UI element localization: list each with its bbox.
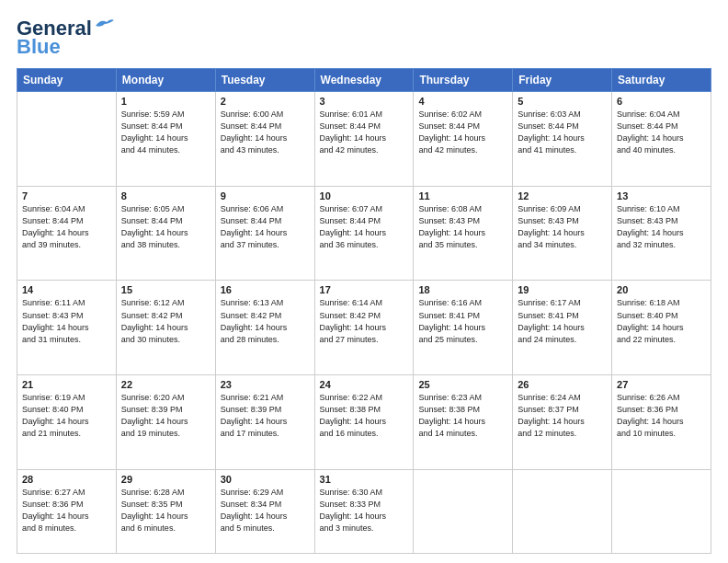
day-info: Sunrise: 6:03 AM Sunset: 8:44 PM Dayligh…: [518, 109, 607, 156]
day-info: Sunrise: 6:05 AM Sunset: 8:44 PM Dayligh…: [121, 203, 210, 251]
calendar-cell: [612, 469, 711, 553]
calendar-cell: [17, 92, 117, 187]
day-number: 1: [121, 96, 210, 107]
calendar-week-row: 28Sunrise: 6:27 AM Sunset: 8:36 PM Dayli…: [17, 469, 711, 553]
day-number: 23: [221, 379, 310, 390]
calendar-cell: 4Sunrise: 6:02 AM Sunset: 8:44 PM Daylig…: [414, 92, 513, 187]
day-number: 2: [221, 96, 310, 107]
day-number: 18: [418, 284, 507, 295]
day-number: 29: [121, 474, 210, 485]
day-info: Sunrise: 6:14 AM Sunset: 8:42 PM Dayligh…: [320, 297, 409, 345]
calendar-cell: 5Sunrise: 6:03 AM Sunset: 8:44 PM Daylig…: [513, 92, 612, 187]
day-info: Sunrise: 6:10 AM Sunset: 8:43 PM Dayligh…: [617, 203, 706, 251]
calendar-cell: 30Sunrise: 6:29 AM Sunset: 8:34 PM Dayli…: [215, 469, 314, 553]
day-info: Sunrise: 6:27 AM Sunset: 8:36 PM Dayligh…: [22, 487, 111, 534]
weekday-header: Sunday: [17, 69, 117, 92]
calendar-cell: 23Sunrise: 6:21 AM Sunset: 8:39 PM Dayli…: [215, 375, 314, 470]
weekday-header: Tuesday: [215, 69, 314, 92]
calendar-cell: 7Sunrise: 6:04 AM Sunset: 8:44 PM Daylig…: [17, 186, 117, 281]
day-info: Sunrise: 6:22 AM Sunset: 8:38 PM Dayligh…: [320, 392, 409, 440]
calendar-cell: 20Sunrise: 6:18 AM Sunset: 8:40 PM Dayli…: [612, 281, 711, 375]
weekday-row: SundayMondayTuesdayWednesdayThursdayFrid…: [17, 69, 711, 92]
calendar-cell: 10Sunrise: 6:07 AM Sunset: 8:44 PM Dayli…: [314, 186, 414, 281]
calendar-cell: [414, 469, 513, 553]
day-number: 22: [121, 379, 210, 390]
weekday-header: Monday: [116, 69, 215, 92]
day-number: 27: [617, 379, 706, 390]
calendar-cell: 6Sunrise: 6:04 AM Sunset: 8:44 PM Daylig…: [612, 92, 711, 187]
day-info: Sunrise: 6:20 AM Sunset: 8:39 PM Dayligh…: [121, 392, 210, 440]
day-info: Sunrise: 6:08 AM Sunset: 8:43 PM Dayligh…: [418, 203, 507, 251]
day-info: Sunrise: 6:18 AM Sunset: 8:40 PM Dayligh…: [617, 297, 706, 345]
day-number: 9: [221, 190, 310, 201]
day-info: Sunrise: 6:11 AM Sunset: 8:43 PM Dayligh…: [22, 297, 111, 345]
calendar-cell: 21Sunrise: 6:19 AM Sunset: 8:40 PM Dayli…: [17, 375, 117, 470]
day-number: 4: [418, 96, 507, 107]
day-number: 20: [617, 284, 706, 295]
day-number: 8: [121, 190, 210, 201]
calendar-cell: 14Sunrise: 6:11 AM Sunset: 8:43 PM Dayli…: [17, 281, 117, 375]
calendar-cell: 19Sunrise: 6:17 AM Sunset: 8:41 PM Dayli…: [513, 281, 612, 375]
calendar-cell: 25Sunrise: 6:23 AM Sunset: 8:38 PM Dayli…: [414, 375, 513, 470]
weekday-header: Thursday: [414, 69, 513, 92]
calendar-week-row: 14Sunrise: 6:11 AM Sunset: 8:43 PM Dayli…: [17, 281, 711, 375]
calendar-cell: 16Sunrise: 6:13 AM Sunset: 8:42 PM Dayli…: [215, 281, 314, 375]
page: General Blue SundayMondayTuesdayWednesda…: [0, 0, 728, 563]
day-info: Sunrise: 6:26 AM Sunset: 8:36 PM Dayligh…: [617, 392, 706, 440]
calendar-cell: 31Sunrise: 6:30 AM Sunset: 8:33 PM Dayli…: [314, 469, 414, 553]
day-number: 6: [617, 96, 706, 107]
header: General Blue: [17, 17, 711, 59]
day-info: Sunrise: 6:23 AM Sunset: 8:38 PM Dayligh…: [418, 392, 507, 440]
calendar-cell: 1Sunrise: 5:59 AM Sunset: 8:44 PM Daylig…: [116, 92, 215, 187]
calendar-body: 1Sunrise: 5:59 AM Sunset: 8:44 PM Daylig…: [17, 92, 711, 554]
calendar-cell: 27Sunrise: 6:26 AM Sunset: 8:36 PM Dayli…: [612, 375, 711, 470]
calendar-table: SundayMondayTuesdayWednesdayThursdayFrid…: [17, 68, 711, 554]
calendar-cell: 15Sunrise: 6:12 AM Sunset: 8:42 PM Dayli…: [116, 281, 215, 375]
calendar-week-row: 1Sunrise: 5:59 AM Sunset: 8:44 PM Daylig…: [17, 92, 711, 187]
day-info: Sunrise: 6:04 AM Sunset: 8:44 PM Dayligh…: [617, 109, 706, 156]
day-info: Sunrise: 6:24 AM Sunset: 8:37 PM Dayligh…: [518, 392, 607, 440]
day-number: 19: [518, 284, 607, 295]
day-info: Sunrise: 6:19 AM Sunset: 8:40 PM Dayligh…: [22, 392, 111, 440]
calendar-week-row: 7Sunrise: 6:04 AM Sunset: 8:44 PM Daylig…: [17, 186, 711, 281]
day-number: 10: [320, 190, 409, 201]
day-number: 14: [22, 284, 111, 295]
logo-blue: Blue: [17, 35, 61, 59]
calendar-cell: 24Sunrise: 6:22 AM Sunset: 8:38 PM Dayli…: [314, 375, 414, 470]
calendar-cell: 28Sunrise: 6:27 AM Sunset: 8:36 PM Dayli…: [17, 469, 117, 553]
calendar-cell: 29Sunrise: 6:28 AM Sunset: 8:35 PM Dayli…: [116, 469, 215, 553]
day-number: 28: [22, 474, 111, 485]
logo: General Blue: [17, 17, 114, 59]
calendar-week-row: 21Sunrise: 6:19 AM Sunset: 8:40 PM Dayli…: [17, 375, 711, 470]
calendar-cell: 22Sunrise: 6:20 AM Sunset: 8:39 PM Dayli…: [116, 375, 215, 470]
day-info: Sunrise: 6:09 AM Sunset: 8:43 PM Dayligh…: [518, 203, 607, 251]
day-number: 17: [320, 284, 409, 295]
calendar-cell: 3Sunrise: 6:01 AM Sunset: 8:44 PM Daylig…: [314, 92, 414, 187]
calendar-header: SundayMondayTuesdayWednesdayThursdayFrid…: [17, 69, 711, 92]
day-info: Sunrise: 6:13 AM Sunset: 8:42 PM Dayligh…: [221, 297, 310, 345]
day-number: 25: [418, 379, 507, 390]
day-number: 5: [518, 96, 607, 107]
day-number: 15: [121, 284, 210, 295]
day-number: 7: [22, 190, 111, 201]
day-info: Sunrise: 6:06 AM Sunset: 8:44 PM Dayligh…: [221, 203, 310, 251]
day-number: 16: [221, 284, 310, 295]
day-info: Sunrise: 6:07 AM Sunset: 8:44 PM Dayligh…: [320, 203, 409, 251]
day-number: 21: [22, 379, 111, 390]
day-number: 26: [518, 379, 607, 390]
calendar-cell: 13Sunrise: 6:10 AM Sunset: 8:43 PM Dayli…: [612, 186, 711, 281]
day-number: 30: [221, 474, 310, 485]
day-info: Sunrise: 5:59 AM Sunset: 8:44 PM Dayligh…: [121, 109, 210, 156]
day-info: Sunrise: 6:12 AM Sunset: 8:42 PM Dayligh…: [121, 297, 210, 345]
calendar-cell: 17Sunrise: 6:14 AM Sunset: 8:42 PM Dayli…: [314, 281, 414, 375]
day-info: Sunrise: 6:02 AM Sunset: 8:44 PM Dayligh…: [418, 109, 507, 156]
day-info: Sunrise: 6:00 AM Sunset: 8:44 PM Dayligh…: [221, 109, 310, 156]
day-number: 13: [617, 190, 706, 201]
calendar-cell: 9Sunrise: 6:06 AM Sunset: 8:44 PM Daylig…: [215, 186, 314, 281]
day-info: Sunrise: 6:16 AM Sunset: 8:41 PM Dayligh…: [418, 297, 507, 345]
weekday-header: Wednesday: [314, 69, 414, 92]
day-number: 31: [320, 474, 409, 485]
weekday-header: Saturday: [612, 69, 711, 92]
day-info: Sunrise: 6:01 AM Sunset: 8:44 PM Dayligh…: [320, 109, 409, 156]
day-number: 3: [320, 96, 409, 107]
